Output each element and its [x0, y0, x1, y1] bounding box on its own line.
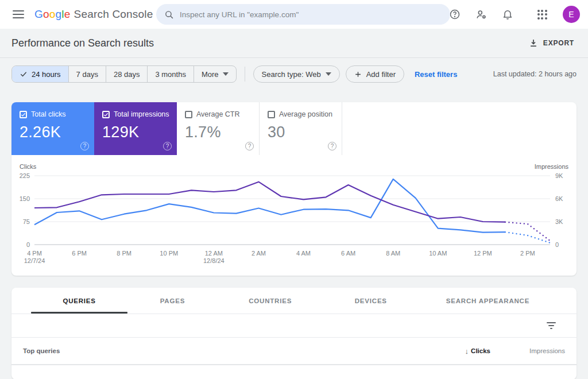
svg-text:0: 0 [555, 241, 559, 248]
metric-value: 1.7% [185, 123, 252, 141]
metric-cards: Total clicks 2.26K ? Total impressions 1… [11, 102, 577, 155]
svg-text:4 PM: 4 PM [27, 250, 42, 257]
sort-desc-icon: ↓ [465, 347, 469, 355]
range-7-days[interactable]: 7 days [68, 66, 106, 82]
plus-icon [354, 71, 362, 78]
svg-text:4 AM: 4 AM [296, 250, 311, 257]
dimension-tabs: QUERIES PAGES COUNTRIES DEVICES SEARCH A… [11, 288, 577, 314]
column-impressions[interactable]: Impressions [490, 347, 565, 354]
svg-text:2 PM: 2 PM [520, 250, 535, 257]
page-toolbar: Performance on Search results EXPORT [0, 29, 588, 58]
url-inspect-searchbox[interactable] [156, 4, 450, 25]
date-range-group: 24 hours 7 days 28 days 3 months More [11, 65, 237, 83]
metric-value: 129K [102, 123, 170, 141]
search-type-filter[interactable]: Search type: Web [253, 65, 340, 83]
divider [245, 67, 245, 82]
svg-text:225: 225 [20, 172, 30, 179]
help-icon[interactable]: ? [80, 142, 89, 150]
chevron-down-icon [326, 72, 331, 76]
svg-text:6 AM: 6 AM [341, 250, 355, 257]
tab-search-appearance[interactable]: SEARCH APPEARANCE [399, 288, 577, 314]
check-icon [20, 70, 28, 78]
svg-text:9K: 9K [555, 172, 563, 179]
google-logo: Google [34, 8, 71, 21]
svg-text:10 PM: 10 PM [160, 250, 178, 257]
svg-text:12 PM: 12 PM [474, 250, 492, 257]
help-icon[interactable]: ? [163, 142, 172, 150]
page-title: Performance on Search results [11, 37, 154, 49]
svg-text:3K: 3K [555, 218, 563, 225]
svg-text:12 AM: 12 AM [205, 250, 223, 257]
tab-queries[interactable]: QUERIES [11, 288, 147, 314]
help-icon[interactable]: ? [245, 142, 254, 150]
dimensions-card: QUERIES PAGES COUNTRIES DEVICES SEARCH A… [11, 288, 577, 379]
table-filter-row [11, 314, 577, 338]
last-updated-text: Last updated: 2 hours ago [493, 70, 577, 78]
download-icon [528, 38, 539, 48]
notifications-bell-icon[interactable] [501, 7, 514, 21]
svg-text:8 PM: 8 PM [117, 250, 131, 257]
filter-bar: 24 hours 7 days 28 days 3 months More Se… [11, 65, 577, 83]
checkbox-total-impressions[interactable] [102, 111, 110, 118]
avatar[interactable]: E [563, 6, 580, 23]
metric-total-clicks[interactable]: Total clicks 2.26K ? [11, 102, 94, 155]
tab-pages[interactable]: PAGES [147, 288, 198, 314]
reset-filters-link[interactable]: Reset filters [415, 70, 457, 79]
app-logo[interactable]: Google Search Console [34, 8, 153, 21]
range-more[interactable]: More [194, 66, 236, 82]
tab-countries[interactable]: COUNTRIES [198, 288, 343, 314]
metric-average-position[interactable]: Average position 30 ? [260, 102, 342, 155]
column-clicks-sort[interactable]: ↓ Clicks [465, 347, 490, 355]
apps-grid-icon[interactable] [535, 7, 549, 21]
tab-devices[interactable]: DEVICES [343, 288, 399, 314]
range-3-months[interactable]: 3 months [147, 66, 193, 82]
search-input[interactable] [180, 10, 442, 19]
svg-text:8 AM: 8 AM [386, 250, 400, 257]
export-label: EXPORT [543, 39, 574, 47]
svg-text:0: 0 [26, 241, 30, 248]
svg-text:150: 150 [20, 195, 30, 202]
svg-text:Impressions: Impressions [535, 163, 569, 170]
svg-text:10 AM: 10 AM [429, 250, 447, 257]
menu-icon[interactable] [13, 10, 24, 18]
metric-value: 30 [268, 123, 335, 141]
filter-list-icon[interactable] [547, 322, 556, 329]
user-settings-icon[interactable] [474, 7, 488, 21]
svg-text:6K: 6K [555, 195, 563, 202]
svg-text:6 PM: 6 PM [72, 250, 87, 257]
add-filter-button[interactable]: Add filter [346, 65, 404, 83]
chart-area: 00753K1506K2259KClicksImpressions4 PM12/… [11, 155, 577, 276]
svg-text:2 AM: 2 AM [252, 250, 266, 257]
app-bar: Google Search Console E [0, 0, 588, 29]
chevron-down-icon [223, 72, 229, 76]
range-28-days[interactable]: 28 days [106, 66, 148, 82]
checkbox-average-position[interactable] [268, 111, 275, 118]
performance-card: Total clicks 2.26K ? Total impressions 1… [11, 102, 577, 276]
checkbox-average-ctr[interactable] [185, 111, 192, 118]
svg-text:Clicks: Clicks [20, 163, 37, 170]
range-24-hours[interactable]: 24 hours [12, 66, 68, 82]
checkbox-total-clicks[interactable] [20, 111, 27, 118]
product-name: Search Console [74, 8, 153, 21]
metric-average-ctr[interactable]: Average CTR 1.7% ? [177, 102, 260, 155]
metric-total-impressions[interactable]: Total impressions 129K ? [94, 102, 177, 155]
svg-text:12/7/24: 12/7/24 [24, 257, 45, 264]
performance-chart[interactable]: 00753K1506K2259KClicksImpressions4 PM12/… [11, 163, 577, 268]
metric-value: 2.26K [20, 123, 87, 141]
column-top-queries: Top queries [23, 347, 60, 354]
table-header-row: Top queries ↓ Clicks Impressions [11, 338, 577, 365]
search-icon [164, 10, 174, 20]
help-icon[interactable]: ? [328, 142, 336, 150]
svg-text:12/8/24: 12/8/24 [203, 257, 225, 264]
export-button[interactable]: EXPORT [528, 38, 574, 48]
svg-text:75: 75 [23, 218, 30, 225]
